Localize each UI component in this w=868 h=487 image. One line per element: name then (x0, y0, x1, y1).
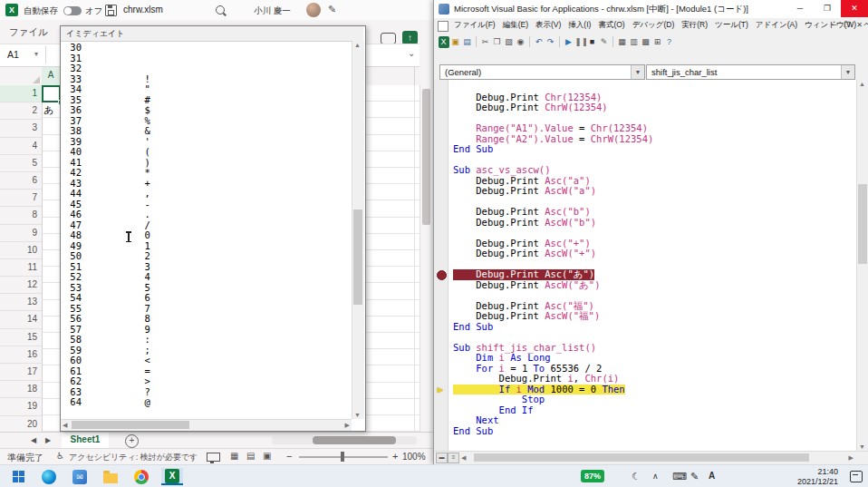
copy-icon[interactable]: ❐ (492, 36, 503, 48)
search-icon[interactable] (216, 5, 225, 15)
chevron-down-icon[interactable]: ▼ (841, 65, 854, 79)
vba-horizontal-scrollbar[interactable]: ▬ ≡ ◀ ▶ (434, 451, 868, 463)
taskbar-mail-icon[interactable]: ✉ (69, 468, 91, 485)
row-header-9[interactable]: 9 (0, 225, 42, 242)
vba-menu-item-5[interactable]: デバッグ(D) (629, 20, 679, 31)
sheet-nav-next-icon[interactable]: ▶ (45, 436, 51, 444)
row-header-10[interactable]: 10 (0, 242, 42, 259)
excel-horizontal-scrollbar[interactable] (272, 436, 417, 444)
moon-icon[interactable]: ☾ (632, 470, 641, 482)
display-settings-icon[interactable] (207, 453, 220, 462)
battery-percentage-badge[interactable]: 87% (581, 470, 604, 482)
row-header-16[interactable]: 16 (0, 346, 42, 364)
page-break-view-icon[interactable]: ▣ (263, 451, 271, 461)
pen-icon[interactable]: ✎ (690, 470, 699, 482)
procedure-dropdown[interactable]: shift_jis_char_list ▼ (646, 64, 855, 80)
taskbar-explorer-icon[interactable] (100, 468, 121, 485)
procedure-view-icon[interactable]: ▬ (436, 453, 448, 463)
ime-mode-indicator[interactable]: A (709, 470, 715, 482)
page-layout-view-icon[interactable]: ▤ (246, 451, 255, 461)
column-header-a[interactable]: A (42, 67, 60, 87)
vba-menu-item-2[interactable]: 表示(V) (532, 20, 564, 31)
object-browser-icon[interactable]: ▩ (641, 36, 651, 48)
touch-keyboard-icon[interactable]: ⌨ (672, 470, 687, 482)
paste-icon[interactable]: ▧ (504, 36, 515, 48)
full-module-view-icon[interactable]: ≡ (448, 453, 459, 463)
tray-chevron-up-icon[interactable]: ∧ (652, 470, 659, 482)
row-header-7[interactable]: 7 (0, 190, 42, 207)
row-header-8[interactable]: 8 (0, 207, 42, 224)
undo-icon[interactable]: ↶ (534, 36, 545, 48)
edit-pencil-icon[interactable]: ✎ (328, 4, 336, 15)
scroll-left-icon[interactable]: ◀ (461, 454, 466, 462)
child-close-icon[interactable]: ✕ (854, 20, 865, 31)
select-all-corner[interactable] (0, 67, 43, 85)
zoom-level[interactable]: 100% (402, 452, 426, 462)
cell-a2[interactable]: あ (43, 102, 60, 118)
scrollbar-thumb[interactable] (313, 436, 396, 444)
taskbar-chrome-icon[interactable] (130, 468, 152, 485)
zoom-out-button[interactable]: − (286, 451, 292, 462)
excel-vertical-scrollbar[interactable] (420, 85, 433, 432)
code-pane[interactable]: ► Debug.Print Chr(12354) Debug.Print Chr… (434, 80, 856, 451)
vba-menu-item-1[interactable]: 編集(E) (499, 20, 532, 31)
row-header-1[interactable]: 1 (0, 85, 42, 102)
add-sheet-icon[interactable]: + (125, 434, 139, 448)
row-header-5[interactable]: 5 (0, 155, 42, 172)
chevron-down-icon[interactable]: ▼ (631, 65, 644, 79)
properties-icon[interactable]: ▥ (629, 36, 640, 48)
immediate-content[interactable]: 30 31 32 33 ! 34 " 35 # 36 $ 37 % 38 & 3… (61, 41, 355, 421)
row-header-20[interactable]: 20 (0, 416, 42, 433)
scrollbar-thumb[interactable] (422, 89, 430, 225)
object-dropdown[interactable]: (General) ▼ (439, 64, 645, 80)
run-icon[interactable]: ▶ (564, 36, 574, 48)
vba-vertical-scrollbar[interactable]: ▲ ▼ (856, 80, 868, 451)
close-button[interactable]: ✕ (841, 0, 868, 17)
name-box-caret-icon[interactable]: ▾ (34, 50, 38, 58)
avatar[interactable] (306, 3, 321, 17)
row-header-4[interactable]: 4 (0, 138, 42, 155)
scroll-up-icon[interactable]: ▲ (859, 81, 865, 87)
autosave-toggle[interactable] (63, 6, 82, 15)
child-minimize-icon[interactable]: ─ (828, 20, 840, 31)
find-icon[interactable]: ◉ (516, 36, 526, 48)
sheet-nav-prev-icon[interactable]: ◀ (31, 436, 36, 444)
row-header-19[interactable]: 19 (0, 398, 42, 415)
code-lines[interactable]: Debug.Print Chr(12354) Debug.Print ChrW(… (448, 82, 856, 436)
vba-menu-item-3[interactable]: 挿入(I) (564, 20, 594, 31)
reset-icon[interactable]: ■ (587, 36, 598, 48)
design-mode-icon[interactable]: ✎ (599, 36, 610, 48)
row-header-15[interactable]: 15 (0, 329, 42, 346)
minimize-button[interactable]: ─ (786, 0, 814, 17)
scrollbar-thumb[interactable] (858, 184, 867, 264)
project-explorer-icon[interactable]: ▦ (617, 36, 628, 48)
accessibility-status[interactable]: アクセシビリティ: 検討が必要です (69, 452, 198, 463)
child-restore-icon[interactable]: ❐ (841, 20, 853, 31)
breakpoint-indicator[interactable] (437, 270, 447, 280)
scroll-right-icon[interactable]: ▶ (345, 422, 350, 429)
help-icon[interactable]: ? (664, 36, 675, 48)
vba-menu-item-6[interactable]: 実行(R) (678, 20, 711, 31)
vba-menu-item-4[interactable]: 書式(O) (594, 20, 628, 31)
save-icon[interactable]: ▤ (462, 36, 473, 48)
row-header-2[interactable]: 2 (0, 102, 42, 120)
clock[interactable]: 21:40 2021/12/21 (784, 467, 838, 487)
scrollbar-thumb[interactable] (474, 453, 809, 462)
break-icon[interactable]: ❚❚ (575, 36, 586, 48)
scrollbar-thumb[interactable] (72, 421, 189, 429)
zoom-in-button[interactable]: + (392, 451, 398, 462)
row-header-11[interactable]: 11 (0, 259, 42, 277)
row-header-18[interactable]: 18 (0, 381, 42, 398)
zoom-slider-thumb[interactable] (341, 452, 344, 462)
vba-menu-item-8[interactable]: アドイン(A) (752, 20, 801, 31)
taskbar-edge-icon[interactable] (38, 468, 60, 485)
row-header-14[interactable]: 14 (0, 311, 42, 328)
vba-menu-item-7[interactable]: ツール(T) (711, 20, 752, 31)
toolbox-icon[interactable]: ⊞ (652, 36, 663, 48)
immediate-horizontal-scrollbar[interactable]: ◀ ▶ (61, 419, 352, 431)
start-button[interactable] (7, 468, 29, 485)
row-header-3[interactable]: 3 (0, 120, 42, 137)
notification-center-icon[interactable] (850, 471, 863, 482)
row-header-12[interactable]: 12 (0, 277, 42, 294)
vba-menu-item-0[interactable]: ファイル(F) (450, 20, 499, 31)
